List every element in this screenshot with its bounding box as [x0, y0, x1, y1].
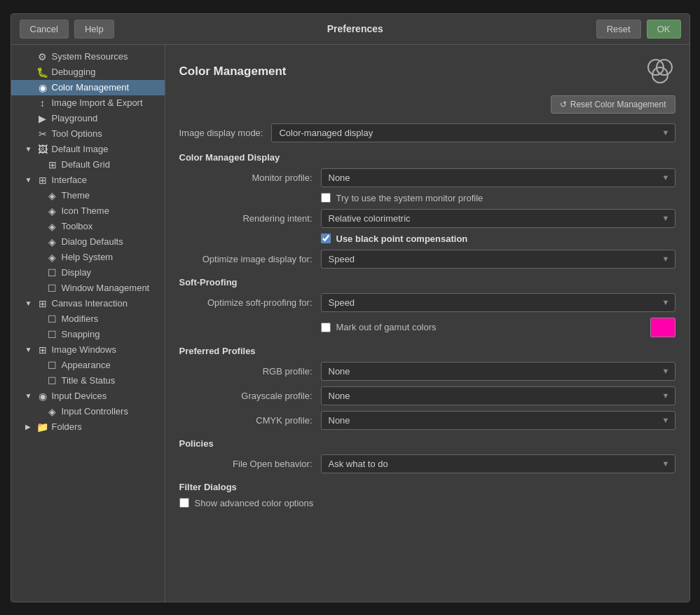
reset-button[interactable]: Reset	[596, 20, 641, 39]
sidebar-item-folders[interactable]: ▶📁Folders	[11, 419, 165, 435]
sidebar-item-snapping[interactable]: ☐Snapping	[11, 327, 165, 342]
show-advanced-checkbox[interactable]	[179, 498, 189, 508]
sidebar-item-window-management[interactable]: ☐Window Management	[11, 281, 165, 296]
sidebar-item-label: Title & Status	[62, 375, 116, 386]
optimize-soft-label: Optimize soft-proofing for:	[179, 297, 313, 308]
display-mode-label: Image display mode:	[179, 128, 263, 138]
color-management-icon	[645, 56, 675, 87]
display-mode-select[interactable]: Color-managed displayNo color management…	[271, 123, 675, 142]
rgb-profile-row: RGB profile: None ▼	[179, 362, 675, 381]
sidebar-item-image-windows[interactable]: ▼⊞Image Windows	[11, 342, 165, 358]
reset-cm-icon: ↺	[560, 100, 567, 109]
sidebar-item-icon: ◈	[46, 221, 59, 232]
cancel-button[interactable]: Cancel	[20, 20, 69, 39]
sidebar-item-label: Tool Options	[52, 128, 102, 139]
sidebar-item-label: Image Import & Export	[52, 97, 143, 108]
sidebar-item-theme[interactable]: ◈Theme	[11, 188, 165, 203]
sidebar-item-color-management[interactable]: ◉Color Management	[11, 80, 165, 95]
sidebar: ⚙System Resources🐛Debugging◉Color Manage…	[11, 45, 165, 602]
sidebar-item-label: Help System	[62, 252, 114, 262]
sidebar-item-interface[interactable]: ▼⊞Interface	[11, 173, 165, 188]
file-open-select[interactable]: Ask what to doKeep embedded profileConve…	[321, 454, 675, 473]
sidebar-item-title-status[interactable]: ☐Title & Status	[11, 373, 165, 388]
gamut-color-swatch[interactable]	[650, 318, 675, 337]
sidebar-item-playground[interactable]: ▶Playground	[11, 111, 165, 126]
cmyk-profile-select-wrap: None ▼	[321, 411, 675, 430]
file-open-select-wrap: Ask what to doKeep embedded profileConve…	[321, 454, 675, 473]
sidebar-item-display[interactable]: ☐Display	[11, 265, 165, 281]
sidebar-item-label: Interface	[52, 175, 88, 185]
show-advanced-row: Show advanced color options	[179, 498, 675, 508]
reset-color-management-button[interactable]: ↺ Reset Color Management	[551, 95, 675, 114]
monitor-profile-label: Monitor profile:	[179, 173, 313, 183]
sidebar-item-label: Color Management	[52, 82, 130, 93]
optimize-display-row: Optimize image display for: SpeedQuality…	[179, 250, 675, 269]
sidebar-item-icon: ☐	[46, 283, 59, 294]
optimize-soft-select[interactable]: SpeedQuality	[321, 293, 675, 312]
sidebar-item-modifiers[interactable]: ☐Modifiers	[11, 311, 165, 327]
sidebar-item-icon: ↕	[36, 97, 49, 109]
sidebar-item-label: Default Grid	[62, 159, 110, 170]
show-advanced-label: Show advanced color options	[195, 498, 314, 508]
collapse-arrow-icon: ▼	[25, 145, 34, 153]
sidebar-item-label: Theme	[62, 190, 90, 201]
section-policies: Policies	[179, 438, 675, 449]
sidebar-item-debugging[interactable]: 🐛Debugging	[11, 65, 165, 80]
sidebar-item-default-image[interactable]: ▼🖼Default Image	[11, 142, 165, 157]
monitor-profile-select[interactable]: None	[321, 168, 675, 187]
sidebar-item-icon: ☐	[46, 329, 59, 340]
preferences-dialog: Cancel Help Preferences Reset OK ⚙System…	[11, 13, 690, 602]
display-mode-row: Image display mode: Color-managed displa…	[179, 123, 675, 142]
sidebar-item-label: Debugging	[52, 67, 96, 77]
try-system-monitor-checkbox[interactable]	[321, 193, 331, 203]
sidebar-item-image-import-export[interactable]: ↕Image Import & Export	[11, 95, 165, 111]
sidebar-item-icon: ☐	[46, 313, 59, 325]
sidebar-item-label: Icon Theme	[62, 205, 109, 216]
sidebar-item-icon: 🐛	[36, 67, 49, 78]
rgb-profile-label: RGB profile:	[179, 366, 313, 377]
sidebar-item-label: Canvas Interaction	[52, 298, 128, 309]
sidebar-item-canvas-interaction[interactable]: ▼⊞Canvas Interaction	[11, 296, 165, 311]
monitor-profile-select-wrap: None ▼	[321, 168, 675, 187]
sidebar-item-icon-theme[interactable]: ◈Icon Theme	[11, 203, 165, 219]
optimize-display-select[interactable]: SpeedQuality	[321, 250, 675, 269]
rgb-profile-select[interactable]: None	[321, 362, 675, 381]
sidebar-item-label: Input Devices	[52, 391, 107, 401]
mark-gamut-checkbox[interactable]	[321, 323, 331, 332]
grayscale-profile-select[interactable]: None	[321, 386, 675, 405]
sidebar-item-icon: ◈	[46, 406, 59, 417]
sidebar-item-dialog-defaults[interactable]: ◈Dialog Defaults	[11, 234, 165, 250]
sidebar-item-tool-options[interactable]: ✂Tool Options	[11, 126, 165, 142]
help-button[interactable]: Help	[74, 20, 114, 39]
ok-button[interactable]: OK	[647, 20, 681, 39]
display-mode-select-wrap: Color-managed displayNo color management…	[271, 123, 675, 142]
dialog-title: Preferences	[120, 23, 591, 34]
section-preferred-profiles: Preferred Profiles	[179, 346, 675, 356]
rendering-intent-select[interactable]: PerceptualRelative colorimetricSaturatio…	[321, 209, 675, 228]
sidebar-item-toolbox[interactable]: ◈Toolbox	[11, 219, 165, 234]
black-point-checkbox[interactable]	[321, 234, 331, 243]
sidebar-item-icon: ⊞	[36, 175, 49, 186]
sidebar-item-label: Image Windows	[52, 344, 116, 355]
optimize-display-label: Optimize image display for:	[179, 254, 313, 264]
sidebar-item-input-controllers[interactable]: ◈Input Controllers	[11, 404, 165, 419]
grayscale-profile-label: Grayscale profile:	[179, 391, 313, 401]
sidebar-item-icon: ⊞	[46, 159, 59, 170]
cmyk-profile-select[interactable]: None	[321, 411, 675, 430]
grayscale-profile-row: Grayscale profile: None ▼	[179, 386, 675, 405]
sidebar-item-appearance[interactable]: ☐Appearance	[11, 358, 165, 373]
collapse-arrow-icon: ▼	[25, 299, 34, 307]
sidebar-item-icon: ◉	[36, 82, 49, 93]
sidebar-item-label: Display	[62, 267, 92, 278]
dialog-header: Cancel Help Preferences Reset OK	[11, 14, 689, 45]
sidebar-item-label: Playground	[52, 113, 98, 123]
main-content: Color Management ↺ Reset Color Managemen…	[165, 45, 689, 602]
collapse-arrow-icon: ▶	[25, 423, 34, 431]
sidebar-item-input-devices[interactable]: ▼◉Input Devices	[11, 388, 165, 404]
sidebar-item-system-resources[interactable]: ⚙System Resources	[11, 49, 165, 65]
mark-gamut-row: Mark out of gamut colors	[321, 318, 675, 337]
sidebar-item-default-grid[interactable]: ⊞Default Grid	[11, 157, 165, 173]
sidebar-item-label: System Resources	[52, 51, 128, 62]
sidebar-item-label: Snapping	[62, 329, 100, 339]
sidebar-item-help-system[interactable]: ◈Help System	[11, 250, 165, 265]
